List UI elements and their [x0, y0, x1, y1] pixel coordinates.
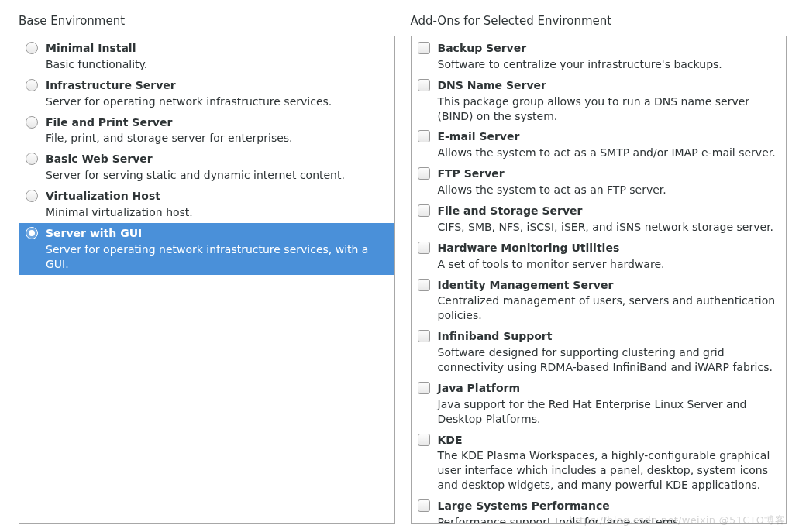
option-text: Basic Web ServerServer for serving stati… — [46, 152, 387, 183]
addons-column: Add-Ons for Selected Environment Backup … — [411, 8, 787, 524]
option-title: Infrastructure Server — [46, 78, 387, 93]
radio-icon[interactable] — [26, 153, 38, 165]
option-text: Infrastructure ServerServer for operatin… — [46, 78, 387, 109]
option-title: Identity Management Server — [438, 278, 779, 293]
option-title: DNS Name Server — [438, 78, 779, 93]
addons-heading: Add-Ons for Selected Environment — [411, 8, 787, 36]
option-description: This package group allows you to run a D… — [438, 94, 779, 124]
checkbox-icon[interactable] — [418, 434, 430, 446]
option-description: Server for operating network infrastruct… — [46, 242, 387, 272]
option-title: File and Storage Server — [438, 204, 779, 218]
option-text: Large Systems PerformancePerformance sup… — [438, 499, 779, 523]
addon-option[interactable]: DNS Name ServerThis package group allows… — [412, 75, 787, 127]
option-text: Virtualization HostMinimal virtualizatio… — [46, 189, 387, 220]
option-description: Server for operating network infrastruct… — [46, 94, 387, 109]
option-title: Java Platform — [438, 381, 779, 396]
checkbox-icon[interactable] — [418, 204, 430, 217]
option-description: CIFS, SMB, NFS, iSCSI, iSER, and iSNS ne… — [438, 220, 779, 235]
option-description: Performance support tools for large syst… — [438, 515, 779, 523]
checkbox-icon[interactable] — [418, 242, 430, 254]
radio-icon[interactable] — [26, 227, 38, 239]
base-environment-heading: Base Environment — [19, 8, 395, 36]
option-description: File, print, and storage server for ente… — [46, 131, 387, 146]
option-description: Allows the system to act as an FTP serve… — [438, 183, 779, 197]
option-text: KDEThe KDE Plasma Workspaces, a highly-c… — [438, 433, 779, 493]
option-text: Backup ServerSoftware to centralize your… — [438, 41, 779, 72]
option-title: Virtualization Host — [46, 189, 387, 204]
option-text: E-mail ServerAllows the system to act as… — [438, 129, 779, 160]
option-title: File and Print Server — [46, 115, 387, 130]
radio-icon[interactable] — [26, 116, 38, 129]
checkbox-icon[interactable] — [418, 382, 430, 394]
checkbox-icon[interactable] — [418, 130, 430, 142]
addon-option[interactable]: Large Systems PerformancePerformance sup… — [412, 496, 787, 523]
base-env-option[interactable]: File and Print ServerFile, print, and st… — [19, 112, 394, 149]
addons-list[interactable]: Backup ServerSoftware to centralize your… — [412, 36, 787, 523]
option-description: Java support for the Red Hat Enterprise … — [438, 397, 779, 427]
base-env-option[interactable]: Minimal InstallBasic functionality. — [19, 38, 394, 75]
option-title: Basic Web Server — [46, 152, 387, 166]
addon-option[interactable]: Backup ServerSoftware to centralize your… — [412, 38, 787, 75]
option-description: Centralized management of users, servers… — [438, 293, 779, 323]
checkbox-icon[interactable] — [418, 330, 430, 342]
option-text: Minimal InstallBasic functionality. — [46, 41, 387, 72]
base-environment-column: Base Environment Minimal InstallBasic fu… — [19, 8, 395, 524]
radio-icon[interactable] — [26, 190, 38, 202]
base-environment-list[interactable]: Minimal InstallBasic functionality.Infra… — [19, 36, 394, 523]
checkbox-icon[interactable] — [418, 42, 430, 54]
addon-option[interactable]: FTP ServerAllows the system to act as an… — [412, 163, 787, 201]
checkbox-icon[interactable] — [418, 167, 430, 180]
addon-option[interactable]: Identity Management ServerCentralized ma… — [412, 275, 787, 327]
option-text: Infiniband SupportSoftware designed for … — [438, 329, 779, 375]
checkbox-icon[interactable] — [418, 279, 430, 291]
option-description: Allows the system to act as a SMTP and/o… — [438, 146, 779, 160]
checkbox-icon[interactable] — [418, 499, 430, 512]
option-title: KDE — [438, 433, 779, 448]
option-title: Backup Server — [438, 41, 779, 56]
addons-listbox: Backup ServerSoftware to centralize your… — [411, 36, 787, 524]
option-title: Hardware Monitoring Utilities — [438, 241, 779, 256]
base-environment-listbox: Minimal InstallBasic functionality.Infra… — [19, 36, 395, 524]
option-text: Hardware Monitoring UtilitiesA set of to… — [438, 241, 779, 272]
base-env-option[interactable]: Basic Web ServerServer for serving stati… — [19, 149, 394, 186]
addon-option[interactable]: Infiniband SupportSoftware designed for … — [412, 326, 787, 378]
addon-option[interactable]: Java PlatformJava support for the Red Ha… — [412, 378, 787, 430]
addon-option[interactable]: E-mail ServerAllows the system to act as… — [412, 126, 787, 163]
option-title: Server with GUI — [46, 226, 387, 241]
option-title: Large Systems Performance — [438, 499, 779, 513]
addon-option[interactable]: Hardware Monitoring UtilitiesA set of to… — [412, 238, 787, 275]
option-title: FTP Server — [438, 166, 779, 181]
option-description: Software designed for supporting cluster… — [438, 345, 779, 375]
base-env-option[interactable]: Server with GUIServer for operating netw… — [19, 223, 394, 275]
option-description: The KDE Plasma Workspaces, a highly-conf… — [438, 448, 779, 493]
base-env-option[interactable]: Infrastructure ServerServer for operatin… — [19, 75, 394, 112]
option-description: Minimal virtualization host. — [46, 205, 387, 220]
option-text: Server with GUIServer for operating netw… — [46, 226, 387, 272]
radio-icon[interactable] — [26, 79, 38, 91]
option-title: E-mail Server — [438, 129, 779, 144]
addon-option[interactable]: KDEThe KDE Plasma Workspaces, a highly-c… — [412, 430, 787, 496]
option-description: A set of tools to monitor server hardwar… — [438, 257, 779, 272]
option-description: Basic functionality. — [46, 57, 387, 72]
addon-option[interactable]: File and Storage ServerCIFS, SMB, NFS, i… — [412, 201, 787, 238]
option-description: Software to centralize your infrastructu… — [438, 57, 779, 72]
option-text: File and Print ServerFile, print, and st… — [46, 115, 387, 146]
option-text: Identity Management ServerCentralized ma… — [438, 278, 779, 324]
option-text: FTP ServerAllows the system to act as an… — [438, 166, 779, 197]
checkbox-icon[interactable] — [418, 79, 430, 91]
base-env-option[interactable]: Virtualization HostMinimal virtualizatio… — [19, 186, 394, 223]
option-title: Minimal Install — [46, 41, 387, 56]
option-text: DNS Name ServerThis package group allows… — [438, 78, 779, 124]
option-title: Infiniband Support — [438, 329, 779, 344]
option-text: Java PlatformJava support for the Red Ha… — [438, 381, 779, 427]
option-description: Server for serving static and dynamic in… — [46, 168, 387, 183]
option-text: File and Storage ServerCIFS, SMB, NFS, i… — [438, 204, 779, 235]
radio-icon[interactable] — [26, 42, 38, 54]
